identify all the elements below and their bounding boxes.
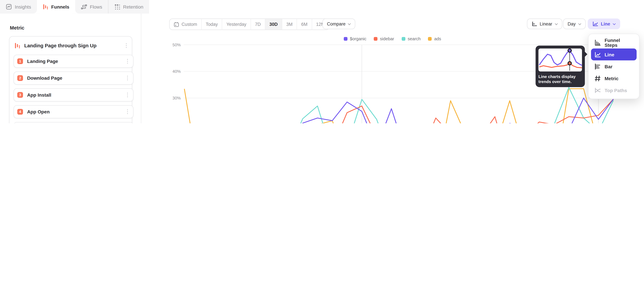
- range-custom[interactable]: Custom: [170, 19, 202, 30]
- funnel-title: Landing Page through Sign Up: [24, 43, 120, 48]
- menu-item-top-paths: Top Paths: [591, 84, 636, 96]
- report-tab-bar: Insights Funnels Flows Retention: [0, 0, 141, 14]
- interval-dropdown[interactable]: Day: [563, 18, 586, 29]
- funnel-step-5[interactable]: 5 Sign Up ⋮: [14, 122, 134, 123]
- step-kebab-menu[interactable]: ⋮: [125, 76, 130, 80]
- funnel-step-4[interactable]: 4 App Open ⋮: [14, 105, 134, 118]
- tab-funnels[interactable]: Funnels: [37, 0, 75, 14]
- funnel-metric-icon: [14, 42, 21, 49]
- line-icon: [594, 51, 601, 58]
- range-30d[interactable]: 30D: [265, 19, 282, 30]
- bar-icon: [594, 63, 601, 70]
- chevron-down-icon: [578, 22, 581, 25]
- step-number-badge: 4: [17, 109, 23, 114]
- step-kebab-menu[interactable]: ⋮: [125, 59, 130, 63]
- funnel-kebab-menu[interactable]: ⋮: [124, 44, 128, 48]
- chevron-down-icon: [348, 22, 351, 25]
- tooltip-arrow: [584, 51, 587, 57]
- range-7d[interactable]: 7D: [251, 19, 265, 30]
- range-6m[interactable]: 6M: [297, 19, 312, 30]
- menu-item-funnel-steps[interactable]: Funnel Steps: [591, 36, 636, 48]
- tab-label: Flows: [90, 4, 102, 9]
- top-paths-icon: [594, 87, 601, 94]
- menu-item-metric[interactable]: Metric: [591, 72, 636, 84]
- line-chart-icon: [592, 21, 598, 27]
- range-today[interactable]: Today: [202, 19, 222, 30]
- funnels-icon: [42, 4, 48, 10]
- step-kebab-menu[interactable]: ⋮: [125, 110, 130, 114]
- chart-type-menu: Funnel StepsLineBarMetricTop Paths: [588, 34, 640, 99]
- tooltip-text: Line charts display trends over time.: [538, 74, 582, 84]
- flows-icon: [81, 4, 87, 10]
- tab-label: Insights: [15, 4, 31, 9]
- svg-text:30%: 30%: [172, 96, 181, 100]
- metric-card: Landing Page through Sign Up ⋮ 1 Landing…: [9, 36, 132, 123]
- tab-flows[interactable]: Flows: [75, 0, 108, 14]
- range-3m[interactable]: 3M: [282, 19, 297, 30]
- funnel-steps-icon: [594, 39, 601, 46]
- app-window: Insights Funnels Flows Retention: [0, 0, 644, 123]
- chevron-down-icon: [613, 22, 616, 25]
- linear-scale-icon: [532, 21, 537, 27]
- scale-dropdown[interactable]: Linear: [527, 18, 562, 29]
- menu-item-line[interactable]: Line: [591, 48, 636, 60]
- query-builder-sidebar: Metric Landing Page through Sign Up ⋮ 1 …: [0, 14, 141, 123]
- tab-label: Retention: [123, 4, 144, 9]
- tab-insights[interactable]: Insights: [0, 0, 37, 14]
- step-number-badge: 2: [17, 75, 23, 81]
- tab-label: Funnels: [51, 4, 69, 9]
- range-yesterday[interactable]: Yesterday: [222, 19, 251, 30]
- funnel-step-1[interactable]: 1 Landing Page ⋮: [14, 55, 134, 68]
- svg-text:40%: 40%: [172, 69, 181, 74]
- retention-icon: [114, 4, 120, 10]
- compare-button[interactable]: Compare: [322, 18, 355, 29]
- step-number-badge: 1: [17, 58, 23, 64]
- step-number-badge: 3: [17, 92, 23, 98]
- funnel-step-2[interactable]: 2 Download Page ⋮: [14, 72, 134, 84]
- insights-icon: [6, 4, 12, 10]
- tab-retention[interactable]: Retention: [108, 0, 149, 14]
- svg-text:50%: 50%: [172, 42, 181, 47]
- line-chart-tooltip: Line charts display trends over time.: [536, 46, 585, 87]
- date-range-group: CustomTodayYesterday7D30D3M6M12M: [169, 18, 330, 30]
- svg-text:20%: 20%: [172, 122, 181, 123]
- metric-icon: [594, 75, 601, 82]
- menu-item-bar[interactable]: Bar: [591, 60, 636, 72]
- chevron-down-icon: [555, 22, 558, 25]
- line-chart-preview: [538, 48, 582, 72]
- metric-section-label: Metric: [10, 25, 24, 31]
- funnel-step-3[interactable]: 3 App Install ⋮: [14, 88, 134, 102]
- calendar-icon: [174, 22, 179, 27]
- step-kebab-menu[interactable]: ⋮: [125, 93, 130, 97]
- chart-type-dropdown[interactable]: Line: [588, 18, 620, 29]
